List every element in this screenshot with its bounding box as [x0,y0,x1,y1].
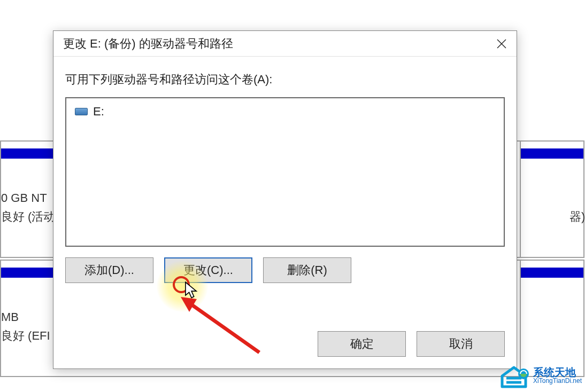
drive-icon [75,108,88,115]
partition-header-bar [520,268,583,278]
add-button[interactable]: 添加(D)... [65,257,153,283]
change-button[interactable]: 更改(C)... [164,257,252,283]
dialog-title: 更改 E: (备份) 的驱动器号和路径 [63,36,233,52]
partition-divider [520,260,521,377]
cancel-button[interactable]: 取消 [417,331,505,357]
close-icon [497,39,506,49]
partition-suffix-text: 器) [569,209,585,225]
partition-header-bar [1,268,55,278]
watermark-url: XiTongTianDi.net [533,378,582,384]
drive-letter-label: E: [93,105,104,119]
action-button-row: 添加(D)... 更改(C)... 删除(R) [65,257,505,283]
partition-status-text: 良好 (活动 [1,209,55,225]
partition-header-bar [1,148,55,159]
titlebar: 更改 E: (备份) 的驱动器号和路径 [53,31,517,57]
partition-header-bar [520,148,583,159]
partition-size-text: 0 GB NT [1,191,47,205]
list-item[interactable]: E: [75,105,495,119]
watermark: 系统天地 XiTongTianDi.net [498,362,582,389]
partition-size-text: MB [1,310,19,324]
ok-button[interactable]: 确定 [318,331,406,357]
partition-divider [520,140,521,258]
drive-letter-dialog: 更改 E: (备份) 的驱动器号和路径 可用下列驱动器号和路径访问这个卷(A):… [53,30,517,369]
drive-paths-listbox[interactable]: E: [65,97,505,247]
bottom-button-row: 确定 取消 [318,331,505,357]
close-button[interactable] [487,31,517,57]
dialog-body: 可用下列驱动器号和路径访问这个卷(A): E: 添加(D)... 更改(C)..… [53,57,517,295]
watermark-logo-icon [498,362,530,389]
instruction-text: 可用下列驱动器号和路径访问这个卷(A): [65,72,505,88]
remove-button[interactable]: 删除(R) [263,257,351,283]
watermark-title: 系统天地 [533,367,576,378]
